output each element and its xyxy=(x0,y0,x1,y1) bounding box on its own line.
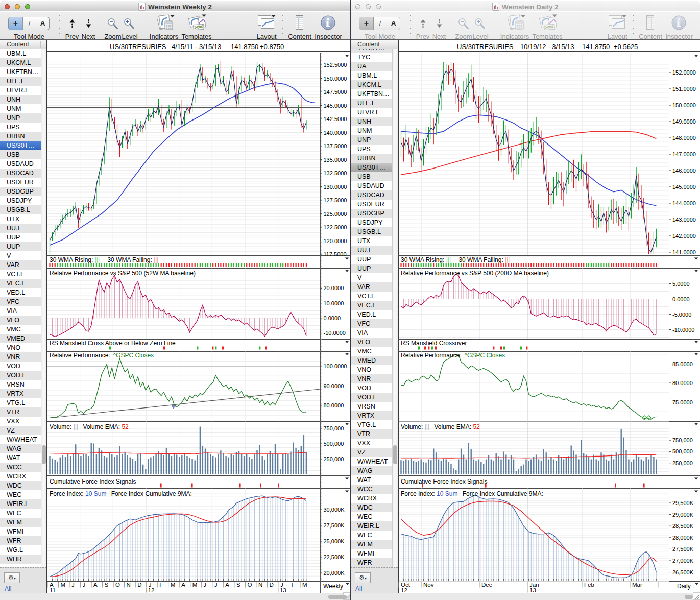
svg-text:150.0000: 150.0000 xyxy=(672,102,696,108)
svg-text:148.0000: 148.0000 xyxy=(672,135,696,141)
svg-text:30 WMA Rising: ||| 30 WMA Fal: 30 WMA Rising: ||| 30 WMA Falling: ||| xyxy=(401,256,510,263)
svg-text:Daily: Daily xyxy=(677,583,691,590)
svg-text:75.0000: 75.0000 xyxy=(672,399,693,405)
svg-text:Volume: ||| Volume EMA: 52: Volume: ||| Volume EMA: 52 xyxy=(401,423,480,430)
svg-text:Relative Performance vs S&P 50: Relative Performance vs S&P 500 (200D MA… xyxy=(401,270,549,277)
svg-text:Dec: Dec xyxy=(481,582,492,588)
svg-text:12: 12 xyxy=(401,587,407,593)
svg-text:151.0000: 151.0000 xyxy=(672,86,696,92)
svg-text:Force Index: 10 Sum Force Ind: Force Index: 10 Sum Force Index Cumulati… xyxy=(401,490,559,497)
svg-text:0.0000: 0.0000 xyxy=(672,296,690,302)
svg-text:142.0000: 142.0000 xyxy=(672,233,696,239)
svg-text:80.0000: 80.0000 xyxy=(672,380,693,386)
svg-text:28,000K: 28,000K xyxy=(672,535,694,541)
svg-text:26,500K: 26,500K xyxy=(672,569,694,575)
svg-text:Nov: Nov xyxy=(423,582,434,588)
svg-text:Feb: Feb xyxy=(584,582,594,588)
svg-text:5.0000: 5.0000 xyxy=(672,281,690,287)
svg-text:143.0000: 143.0000 xyxy=(672,217,696,223)
svg-text:500,000: 500,000 xyxy=(672,448,693,454)
svg-text:29,000K: 29,000K xyxy=(672,512,694,518)
svg-text:85.0000: 85.0000 xyxy=(672,361,693,367)
svg-text:152.0000: 152.0000 xyxy=(672,69,696,76)
svg-text:27,500K: 27,500K xyxy=(672,546,694,552)
svg-text:250,000: 250,000 xyxy=(672,460,693,466)
svg-text:13: 13 xyxy=(529,587,536,593)
svg-text:147.0000: 147.0000 xyxy=(672,151,696,157)
svg-text:145.0000: 145.0000 xyxy=(672,184,696,190)
svg-text:149.0000: 149.0000 xyxy=(672,118,696,125)
svg-text:750,000: 750,000 xyxy=(672,437,693,443)
svg-text:-5.0000: -5.0000 xyxy=(672,311,691,318)
svg-text:141.0000: 141.0000 xyxy=(672,249,696,255)
svg-text:RS Mansfield Crossover: RS Mansfield Crossover xyxy=(401,340,467,347)
svg-text:146.0000: 146.0000 xyxy=(672,167,696,174)
svg-text:Cumulative Force Index Signals: Cumulative Force Index Signals xyxy=(401,478,487,485)
svg-text:27,000K: 27,000K xyxy=(672,558,694,564)
svg-text:144.0000: 144.0000 xyxy=(672,200,696,206)
svg-text:28,500K: 28,500K xyxy=(672,523,694,529)
svg-text:Relative Performance: ^GSPC C: Relative Performance: ^GSPC Closes xyxy=(401,352,505,359)
svg-text:29,500K: 29,500K xyxy=(672,500,694,506)
svg-text:-10.0000: -10.0000 xyxy=(672,327,694,333)
svg-text:Mar: Mar xyxy=(632,582,642,588)
